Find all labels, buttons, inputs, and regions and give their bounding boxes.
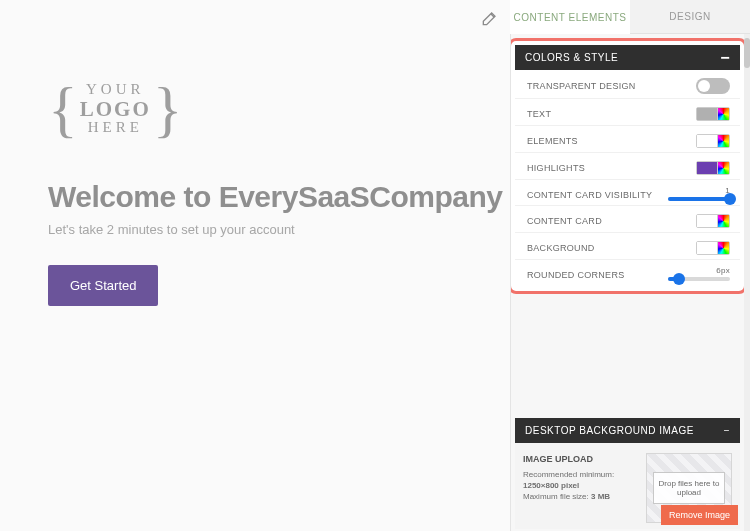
panel-tabs: CONTENT ELEMENTS DESIGN [510,0,750,34]
color-picker-icon [717,135,729,147]
color-picker-icon [717,108,729,120]
swatch-content-card[interactable] [696,214,730,228]
swatch-background[interactable] [696,241,730,255]
swatch-fill-text [697,108,717,120]
color-picker-icon [717,162,729,174]
label-text-color: TEXT [527,109,551,119]
label-card-visibility: CONTENT CARD VISIBILITY [527,190,652,200]
tab-content-elements[interactable]: CONTENT ELEMENTS [510,0,630,34]
upload-rec-line1: Recommended minimum: [523,470,614,479]
logo-placeholder: { YOUR LOGO HERE } [48,78,183,140]
row-background-color: BACKGROUND [515,232,740,259]
logo-line2: LOGO [80,98,151,120]
slider-card-visibility[interactable]: 1 [668,188,730,201]
slider-thumb[interactable] [724,193,736,205]
swatch-fill-content-card [697,215,717,227]
brace-right-icon: } [153,78,183,140]
row-highlights-color: HIGHLIGHTS [515,152,740,179]
swatch-fill-highlights [697,162,717,174]
value-rounded-corners: 6px [716,266,730,275]
colors-style-header[interactable]: COLORS & STYLE − [515,45,740,70]
preview-canvas: { YOUR LOGO HERE } Welcome to EverySaaSC… [0,0,510,531]
swatch-fill-background [697,242,717,254]
upload-max-label: Maximum file size: [523,492,591,501]
bg-image-header[interactable]: DESKTOP BACKGROUND IMAGE − [515,418,740,443]
swatch-elements[interactable] [696,134,730,148]
page-subhead: Let's take 2 minutes to set up your acco… [48,222,295,237]
slider-thumb[interactable] [673,273,685,285]
upload-rec-dims: 1250×800 pixel [523,481,579,490]
label-content-card-color: CONTENT CARD [527,216,602,226]
label-elements-color: ELEMENTS [527,136,578,146]
swatch-text[interactable] [696,107,730,121]
row-rounded-corners: ROUNDED CORNERS 6px [515,259,740,285]
colors-style-section: COLORS & STYLE − TRANSPARENT DESIGN TEXT… [510,38,747,294]
toggle-transparent-design[interactable] [696,78,730,94]
brace-left-icon: { [48,78,78,140]
swatch-highlights[interactable] [696,161,730,175]
collapse-icon[interactable]: − [720,53,730,63]
logo-line3: HERE [80,120,151,136]
row-text-color: TEXT [515,98,740,125]
upload-meta: IMAGE UPLOAD Recommended minimum: 1250×8… [523,453,640,523]
color-picker-icon [717,215,729,227]
swatch-fill-elements [697,135,717,147]
row-elements-color: ELEMENTS [515,125,740,152]
row-content-card-color: CONTENT CARD [515,205,740,232]
scrollbar-thumb[interactable] [744,38,750,68]
label-highlights-color: HIGHLIGHTS [527,163,585,173]
design-panel: COLORS & STYLE − TRANSPARENT DESIGN TEXT… [510,34,750,531]
logo-line1: YOUR [80,82,151,98]
upload-max-size: 3 MB [591,492,610,501]
panel-scrollbar[interactable] [744,34,750,531]
color-picker-icon [717,242,729,254]
logo-text: YOUR LOGO HERE [78,82,153,136]
bg-image-title: DESKTOP BACKGROUND IMAGE [525,425,694,436]
page-headline: Welcome to EverySaaSCompany [48,180,502,214]
bg-image-section: DESKTOP BACKGROUND IMAGE − IMAGE UPLOAD … [511,418,744,529]
colors-style-title: COLORS & STYLE [525,52,618,63]
get-started-button[interactable]: Get Started [48,265,158,306]
dropzone-text: Drop files here to upload [653,472,725,504]
edit-icon[interactable] [480,8,500,28]
row-card-visibility: CONTENT CARD VISIBILITY 1 [515,179,740,205]
row-transparent-design: TRANSPARENT DESIGN [515,70,740,98]
collapse-icon[interactable]: − [724,425,730,436]
upload-title: IMAGE UPLOAD [523,453,640,466]
remove-image-button[interactable]: Remove Image [661,505,738,525]
slider-rounded-corners[interactable]: 6px [668,268,730,281]
tab-design[interactable]: DESIGN [630,0,750,34]
label-rounded-corners: ROUNDED CORNERS [527,270,625,280]
label-transparent-design: TRANSPARENT DESIGN [527,81,636,91]
label-background-color: BACKGROUND [527,243,595,253]
